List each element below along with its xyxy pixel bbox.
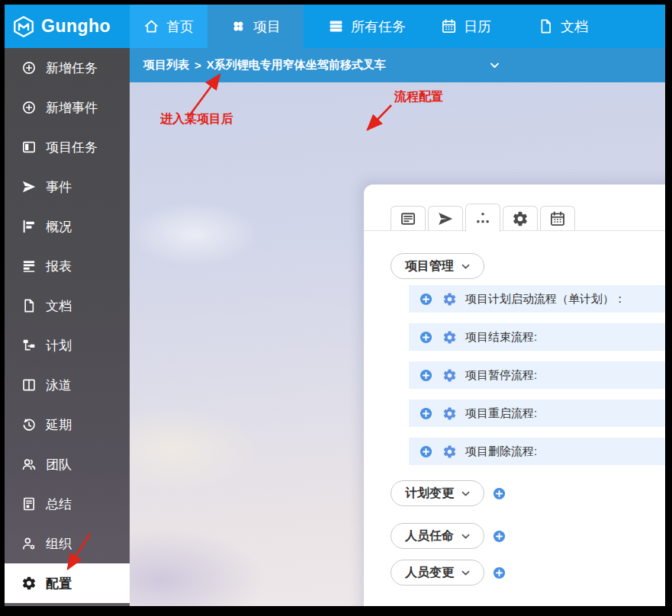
sidebar-item-项目任务[interactable]: 项目任务	[5, 127, 130, 167]
nav-item-日历[interactable]: 日历	[424, 5, 508, 48]
flow-settings-button[interactable]	[442, 330, 457, 345]
group-label: 计划变更	[405, 486, 454, 502]
sidebar-item-label: 延期	[46, 416, 72, 434]
tab-form[interactable]	[391, 206, 426, 230]
circle-plus-icon	[21, 60, 37, 75]
sidebar-item-label: 项目任务	[46, 139, 98, 156]
sidebar-item-总结[interactable]: 总结	[5, 484, 130, 524]
chevron-down-icon	[460, 261, 471, 272]
screen: Gungho 首页项目所有任务日历文档 项目列表 > X系列锂电专用窄体坐驾前移…	[5, 5, 665, 606]
chevron-down-icon	[460, 531, 471, 542]
flow-row: 项目重启流程:	[409, 399, 665, 427]
nav-item-label: 日历	[464, 18, 491, 36]
doc-icon	[538, 18, 554, 34]
sidebar-item-计划[interactable]: 计划	[5, 326, 130, 365]
add-flow-button[interactable]	[492, 486, 506, 501]
sidebar-item-延期[interactable]: 延期	[5, 405, 130, 444]
flow-settings-button[interactable]	[442, 292, 457, 306]
plane-icon	[21, 179, 37, 194]
nav-item-label: 文档	[561, 18, 588, 36]
sidebar-item-事件[interactable]: 事件	[5, 167, 130, 207]
sidebar-item-label: 组织	[46, 535, 72, 553]
add-flow-step-button[interactable]	[419, 406, 433, 421]
background-scenery: 项目管理项目计划启动流程（单计划）：项目结束流程:项目暂停流程:项目重启流程:项…	[130, 82, 665, 606]
add-flow-step-button[interactable]	[419, 292, 433, 306]
overview-icon	[21, 219, 37, 234]
sidebar-item-泳道[interactable]: 泳道	[5, 365, 130, 405]
tab-gear[interactable]	[503, 206, 538, 230]
sidebar-item-报表[interactable]: 报表	[5, 246, 130, 286]
tab-hierarchy[interactable]	[465, 204, 500, 232]
gungho-logo-icon	[12, 15, 35, 38]
breadcrumb-project-name: X系列锂电专用窄体坐驾前移式叉车	[207, 58, 386, 72]
flow-row-label: 项目暂停流程:	[465, 368, 537, 383]
nav-item-label: 项目	[253, 18, 281, 36]
sidebar-item-文档[interactable]: 文档	[5, 286, 130, 326]
flow-settings-button[interactable]	[442, 406, 457, 421]
flow-row-label: 项目计划启动流程（单计划）：	[465, 292, 625, 306]
sidebar-item-label: 新增事件	[46, 99, 98, 117]
flow-settings-button[interactable]	[442, 444, 457, 459]
group-toggle-人员任命[interactable]: 人员任命	[391, 523, 484, 549]
flow-row-label: 项目结束流程:	[465, 330, 537, 345]
hierarchy-icon	[474, 210, 491, 226]
gear-icon	[21, 576, 37, 591]
group-toggle-项目管理[interactable]: 项目管理	[391, 253, 484, 279]
flow-row: 项目暂停流程:	[409, 361, 665, 389]
circle-plus-icon	[21, 100, 37, 115]
sidebar-item-label: 泳道	[46, 377, 72, 394]
tab-calendar[interactable]	[540, 206, 575, 230]
tab-plane[interactable]	[428, 206, 463, 230]
flow-row: 项目计划启动流程（单计划）：	[409, 285, 665, 313]
gear-icon	[512, 210, 529, 227]
kanban-icon	[21, 140, 37, 155]
sidebar-item-label: 团队	[46, 456, 72, 473]
logo[interactable]: Gungho	[12, 5, 111, 48]
plan-icon	[21, 338, 37, 353]
sidebar-item-label: 计划	[46, 337, 72, 355]
sidebar-item-label: 新增任务	[46, 59, 98, 77]
flow-settings-button[interactable]	[442, 368, 457, 383]
sidebar-item-团队[interactable]: 团队	[5, 444, 130, 484]
group-label: 人员变更	[405, 565, 454, 581]
app-window: Gungho 首页项目所有任务日历文档 项目列表 > X系列锂电专用窄体坐驾前移…	[0, 0, 672, 616]
grid4-icon	[230, 18, 246, 34]
sidebar-item-概况[interactable]: 概况	[5, 207, 130, 246]
add-flow-step-button[interactable]	[419, 330, 433, 345]
report-icon	[21, 258, 37, 274]
sidebar-item-配置[interactable]: 配置	[5, 563, 130, 603]
nav-item-文档[interactable]: 文档	[525, 5, 601, 48]
nav-item-label: 所有任务	[351, 18, 406, 36]
doc-icon	[21, 298, 37, 313]
summary-icon	[21, 496, 37, 512]
sidebar-item-新增任务[interactable]: 新增任务	[5, 48, 130, 88]
group-计划变更: 计划变更	[391, 480, 506, 506]
add-flow-step-button[interactable]	[419, 368, 433, 383]
group-toggle-人员变更[interactable]: 人员变更	[391, 560, 484, 586]
group-人员变更: 人员变更	[391, 560, 506, 586]
nav-item-首页[interactable]: 首页	[130, 5, 207, 48]
org-icon	[21, 536, 37, 551]
add-flow-step-button[interactable]	[419, 444, 433, 459]
group-人员任命: 人员任命	[391, 523, 506, 549]
team-icon	[21, 457, 37, 472]
flow-row: 项目结束流程:	[409, 323, 665, 351]
flow-row-label: 项目重启流程:	[465, 406, 537, 421]
form-icon	[400, 210, 416, 227]
add-flow-button[interactable]	[492, 566, 506, 580]
breadcrumb-list-label[interactable]: 项目列表	[143, 58, 189, 72]
chevron-down-icon[interactable]	[488, 59, 501, 72]
nav-item-项目[interactable]: 项目	[207, 5, 304, 48]
chevron-down-icon	[460, 567, 471, 579]
flow-row: 项目删除流程:	[409, 438, 665, 465]
sidebar-item-组织[interactable]: 组织	[5, 524, 130, 563]
sidebar-item-新增事件[interactable]: 新增事件	[5, 88, 130, 127]
flow-row-label: 项目删除流程:	[465, 444, 537, 459]
group-label: 项目管理	[405, 258, 454, 274]
sidebar-item-label: 配置	[46, 575, 72, 592]
nav-item-所有任务[interactable]: 所有任务	[313, 5, 421, 48]
group-toggle-计划变更[interactable]: 计划变更	[391, 480, 484, 506]
add-flow-button[interactable]	[492, 529, 506, 544]
logo-text: Gungho	[41, 16, 111, 37]
sidebar: 新增任务新增事件项目任务事件概况报表文档计划泳道延期团队总结组织配置	[5, 48, 130, 606]
